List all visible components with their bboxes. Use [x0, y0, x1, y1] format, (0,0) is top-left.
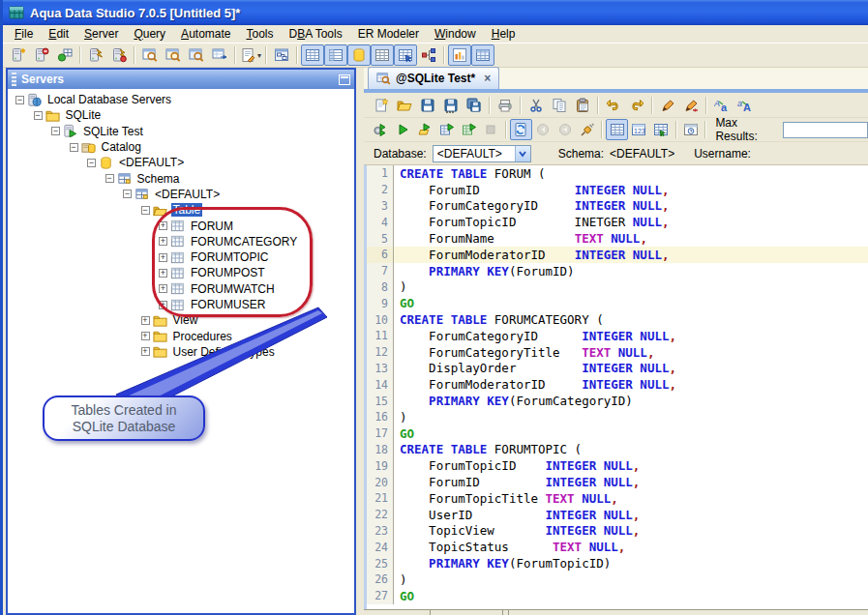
collapse-minus-icon[interactable]: − [141, 206, 150, 215]
exec-play-button[interactable] [392, 119, 414, 140]
code-line-14[interactable]: 14 ForumModeratorID INTEGER NULL, [367, 376, 868, 393]
history-button[interactable] [680, 119, 703, 140]
expand-plus-icon[interactable]: + [159, 284, 167, 293]
hierarchy-button[interactable] [417, 44, 440, 66]
exec-gear-button[interactable] [370, 119, 392, 140]
tree-label[interactable]: Procedures [171, 330, 234, 343]
tree-label[interactable]: <DEFAULT> [117, 156, 186, 169]
tree-item-default[interactable]: −<DEFAULT> [8, 187, 354, 202]
tree-label[interactable]: FORUMWATCH [189, 282, 277, 296]
result-text-button[interactable]: 123 [628, 119, 650, 140]
result-export-button[interactable] [650, 119, 673, 140]
case-upper-button[interactable]: aA [733, 95, 757, 116]
tab-sqlite-test[interactable]: @SQLite Test* × [368, 67, 499, 89]
tree-label[interactable]: Catalog [100, 140, 143, 154]
collapse-minus-icon[interactable]: − [105, 174, 114, 183]
tree-item-sqlite[interactable]: −SQLite [8, 107, 354, 123]
collapse-minus-icon[interactable]: − [51, 127, 60, 135]
code-line-13[interactable]: 13 DisplayOrder INTEGER NULL, [367, 361, 868, 377]
menu-dba-tools[interactable]: DBA Tools [282, 25, 350, 43]
grid-plain-button[interactable] [371, 44, 394, 66]
code-line-23[interactable]: 23 TopicView INTEGER NULL, [367, 523, 868, 540]
collapse-minus-icon[interactable]: − [34, 111, 43, 120]
save-all-button[interactable] [463, 95, 486, 116]
table-window-button[interactable] [208, 44, 231, 66]
query-window-button[interactable] [138, 44, 162, 66]
format-pen-arrow-button[interactable] [679, 95, 703, 116]
code-line-17[interactable]: 17GO [367, 425, 868, 442]
tree-label[interactable]: SQLite [64, 108, 104, 122]
save-as-button[interactable] [439, 95, 463, 116]
format-pen-button[interactable] [656, 95, 679, 116]
tree-label[interactable]: SQLite Test [81, 125, 145, 138]
tree-label[interactable]: User Defined Types [171, 345, 277, 359]
stop-button[interactable] [480, 119, 502, 140]
menu-edit[interactable]: Edit [41, 25, 76, 43]
print-button[interactable] [494, 95, 517, 116]
menu-tools[interactable]: Tools [238, 25, 281, 43]
tree-item-table[interactable]: −Table [8, 202, 354, 218]
expand-plus-icon[interactable]: + [141, 332, 150, 340]
collapse-minus-icon[interactable]: − [123, 190, 132, 198]
query-window2-button[interactable] [162, 44, 185, 66]
code-line-27[interactable]: 27GO [367, 588, 868, 604]
rollback-button[interactable] [554, 119, 577, 140]
commit-button[interactable] [532, 119, 554, 140]
tree-label[interactable]: Table [171, 203, 203, 217]
expand-plus-icon[interactable]: + [159, 253, 167, 262]
save-button[interactable] [416, 95, 439, 116]
code-line-22[interactable]: 22 UserID INTEGER NULL, [367, 507, 868, 523]
plug-button[interactable] [576, 119, 598, 140]
server-plus-button[interactable] [7, 44, 30, 66]
open-folder-button[interactable] [393, 95, 416, 116]
code-line-16[interactable]: 16) [367, 409, 868, 425]
expand-plus-icon[interactable]: + [141, 316, 150, 325]
code-line-8[interactable]: 8) [367, 279, 868, 296]
tree-item-forumcategory[interactable]: +FORUMCATEGORY [8, 234, 354, 249]
grid-form-button[interactable] [324, 44, 347, 66]
tree-item-forum[interactable]: +FORUM [8, 218, 354, 233]
database-combobox[interactable]: <DEFAULT> [433, 145, 531, 162]
code-line-26[interactable]: 26) [367, 571, 868, 588]
tree-item-view[interactable]: +View [8, 312, 354, 328]
er-window-button[interactable] [270, 44, 293, 66]
menu-help[interactable]: Help [484, 25, 524, 43]
code-line-4[interactable]: 4 ForumTopicID INETGER NULL, [367, 214, 868, 230]
tree-item-catalog[interactable]: −Catalog [8, 139, 354, 155]
expand-plus-icon[interactable]: + [159, 237, 167, 246]
cut-button[interactable] [524, 95, 548, 116]
tree-item-schema[interactable]: −Schema [8, 170, 354, 186]
menu-file[interactable]: File [7, 25, 41, 43]
tree-item-local-database-servers[interactable]: −Local Database Servers [8, 92, 354, 107]
code-line-2[interactable]: 2 ForumID INTEGER NULL, [367, 182, 868, 198]
paste-button[interactable] [571, 95, 594, 116]
code-line-5[interactable]: 5 ForumName TEXT NULL, [367, 230, 868, 247]
exec-open-button[interactable] [414, 119, 436, 140]
exec-edit-button[interactable] [435, 119, 458, 140]
code-line-10[interactable]: 10CREATE TABLE FORUMCATEGORY ( [367, 311, 868, 328]
grid-table-button[interactable] [301, 44, 324, 66]
expand-plus-icon[interactable]: + [159, 269, 167, 278]
code-line-7[interactable]: 7 PRIMARY KEY(ForumID) [367, 263, 868, 279]
tree-item-sqlite-test[interactable]: −SQLite Test [8, 124, 354, 139]
auto-commit-button[interactable] [510, 119, 532, 140]
code-line-20[interactable]: 20 ForumID INTEGER NULL, [367, 474, 868, 490]
tree-label[interactable]: FORUMCATEGORY [189, 235, 299, 249]
combo-dropdown-button[interactable] [515, 146, 530, 161]
code-line-12[interactable]: 12 ForumCategoryTitle TEXT NULL, [367, 344, 868, 361]
copy-button[interactable] [548, 95, 571, 116]
code-line-6[interactable]: 6 ForumModeratorID INTEGER NULL, [367, 247, 868, 263]
menu-automate[interactable]: Automate [173, 25, 238, 43]
grid-arrow-button[interactable] [394, 44, 417, 66]
server-disconnect-button[interactable] [107, 44, 131, 66]
panel-divider[interactable] [356, 68, 364, 615]
case-lower-button[interactable]: Aa [710, 95, 733, 116]
tree-label[interactable]: <DEFAULT> [153, 188, 222, 201]
collapse-minus-icon[interactable]: − [15, 96, 24, 104]
max-results-input[interactable] [783, 122, 868, 138]
tree-item-default[interactable]: −<DEFAULT> [8, 155, 354, 170]
code-line-25[interactable]: 25 PRIMARY KEY(ForumTopicID) [367, 555, 868, 571]
result-grid-button[interactable] [606, 119, 628, 140]
code-line-18[interactable]: 18CREATE TABLE FORUMTOPIC ( [367, 442, 868, 458]
tree-label[interactable]: FORUMPOST [189, 266, 267, 279]
